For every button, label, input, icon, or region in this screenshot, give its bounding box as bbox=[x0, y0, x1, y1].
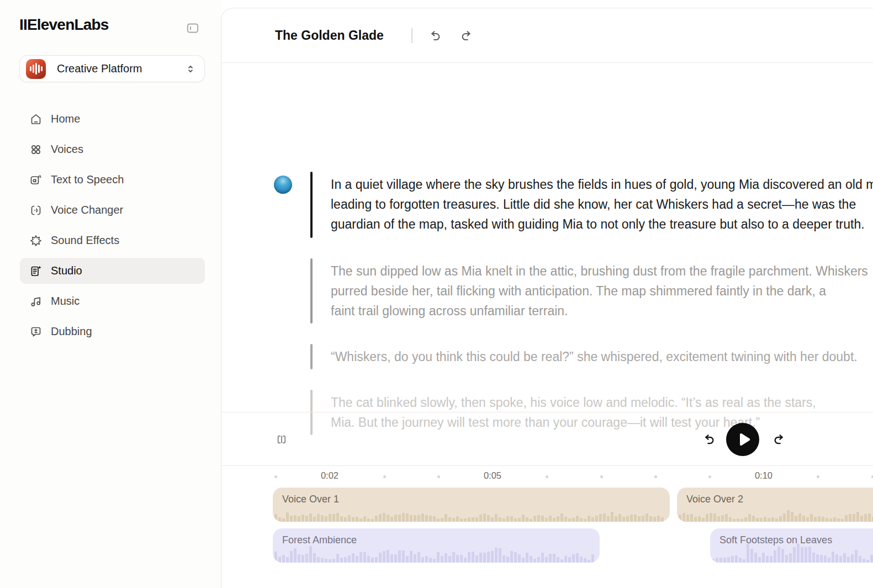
sidebar-item-label: Home bbox=[51, 113, 80, 125]
sidebar-item-music[interactable]: Music bbox=[20, 288, 205, 314]
timeline-redo-button[interactable] bbox=[772, 432, 786, 447]
sidebar-item-label: Music bbox=[51, 295, 80, 308]
clip-label: Voice Over 1 bbox=[282, 494, 339, 505]
paragraph-line[interactable]: The cat blinked slowly, then spoke, his … bbox=[331, 393, 873, 412]
timeline-undo-button[interactable] bbox=[702, 432, 716, 447]
redo-icon bbox=[772, 432, 786, 447]
sidebar-item-text-to-speech[interactable]: Text to Speech bbox=[20, 167, 205, 193]
paragraph-line[interactable]: “Whiskers, do you think this could be re… bbox=[331, 347, 873, 367]
audio-clip[interactable]: Voice Over 2 bbox=[677, 488, 873, 522]
paragraph-line[interactable]: In a quiet village where the sky brushes… bbox=[331, 174, 873, 194]
paragraph-marker-bar bbox=[310, 258, 313, 324]
paragraph-marker-bar bbox=[310, 344, 313, 369]
document-header: The Golden Glade bbox=[221, 8, 873, 63]
sidebar-item-voice-changer[interactable]: Voice Changer bbox=[20, 197, 205, 223]
music-icon bbox=[29, 295, 43, 308]
clip-label: Forest Ambience bbox=[282, 534, 357, 546]
sidebar-item-label: Studio bbox=[51, 264, 82, 277]
script-editor: In a quiet village where the sky brushes… bbox=[221, 63, 873, 412]
paragraph-line[interactable]: The sun dipped low as Mia knelt in the a… bbox=[331, 261, 873, 281]
audio-clip[interactable]: Soft Footsteps on Leaves bbox=[710, 528, 873, 563]
ruler-tick-dot bbox=[274, 475, 277, 478]
paragraph-line[interactable]: leading to forgotten treasures. Little d… bbox=[331, 194, 873, 214]
split-clip-button[interactable] bbox=[274, 432, 289, 447]
redo-icon bbox=[459, 29, 474, 43]
split-icon bbox=[274, 432, 289, 447]
sound-effects-icon bbox=[29, 234, 43, 247]
sidebar-item-home[interactable]: Home bbox=[20, 106, 205, 132]
redo-button[interactable] bbox=[459, 29, 474, 43]
sidebar: IIElevenLabs Creative Platform bbox=[0, 0, 221, 588]
paragraph-line[interactable]: purred beside her, tail flicking with an… bbox=[331, 281, 873, 301]
sidebar-item-voices[interactable]: Voices bbox=[20, 136, 205, 162]
sidebar-item-dubbing[interactable]: Dubbing bbox=[20, 319, 205, 345]
elevenlabs-logo: IIElevenLabs bbox=[19, 16, 109, 34]
play-icon bbox=[726, 423, 759, 456]
sidebar-nav: Home Voices Text to Sp bbox=[20, 106, 205, 349]
ruler-tick-dot bbox=[600, 475, 603, 478]
clip-label: Soft Footsteps on Leaves bbox=[719, 534, 832, 546]
sfx-track-row: Forest AmbienceSoft Footsteps on Leaves bbox=[221, 528, 873, 563]
voice-track-row: Voice Over 1Voice Over 2 bbox=[221, 488, 873, 522]
ruler-time-label: 0:02 bbox=[321, 470, 338, 481]
timeline-ruler[interactable]: 0:020:050:10 bbox=[221, 466, 873, 488]
timeline-toolbar bbox=[221, 412, 873, 466]
text-to-speech-icon bbox=[29, 173, 43, 187]
sidebar-item-sound-effects[interactable]: Sound Effects bbox=[20, 227, 205, 253]
clip-label: Voice Over 2 bbox=[686, 494, 743, 505]
chevron-up-down-icon bbox=[184, 63, 197, 75]
studio-icon bbox=[29, 264, 43, 278]
ruler-tick-dot bbox=[437, 475, 440, 478]
main-content-card: The Golden Glade bbox=[221, 8, 873, 588]
sidebar-item-label: Sound Effects bbox=[51, 234, 119, 247]
sidebar-item-label: Text to Speech bbox=[51, 173, 124, 186]
home-icon bbox=[29, 113, 43, 126]
undo-icon bbox=[428, 29, 442, 43]
speaker-avatar[interactable] bbox=[274, 176, 292, 194]
sidebar-item-label: Voice Changer bbox=[51, 204, 123, 216]
undo-button[interactable] bbox=[428, 29, 442, 43]
ruler-tick-dot bbox=[654, 475, 657, 478]
paragraph-marker-bar bbox=[310, 172, 313, 238]
document-title: The Golden Glade bbox=[275, 28, 384, 43]
sidebar-collapse-button[interactable] bbox=[184, 20, 202, 36]
dubbing-icon bbox=[29, 325, 43, 338]
undo-icon bbox=[702, 432, 716, 447]
ruler-time-label: 0:05 bbox=[484, 470, 501, 481]
ruler-tick-dot bbox=[817, 475, 819, 478]
app-root: IIElevenLabs Creative Platform bbox=[0, 0, 873, 588]
voices-icon bbox=[29, 143, 43, 156]
ruler-tick-dot bbox=[708, 475, 711, 478]
ruler-tick-dot bbox=[546, 475, 548, 478]
ruler-time-label: 0:10 bbox=[755, 470, 773, 481]
paragraph-line[interactable]: faint trail glowing across unfamiliar te… bbox=[331, 301, 873, 321]
audio-clip[interactable]: Forest Ambience bbox=[273, 528, 600, 563]
sidebar-item-label: Dubbing bbox=[51, 325, 92, 338]
sidebar-item-studio[interactable]: Studio bbox=[20, 258, 205, 284]
paragraph-line[interactable]: guardian of the map, tasked with guiding… bbox=[331, 214, 873, 234]
play-button[interactable] bbox=[726, 423, 759, 456]
voice-changer-icon bbox=[29, 204, 43, 217]
workspace-selector-label: Creative Platform bbox=[57, 62, 184, 75]
timeline-tracks: Voice Over 1Voice Over 2 Forest Ambience… bbox=[221, 488, 873, 576]
creative-platform-app-icon bbox=[26, 59, 46, 79]
audio-clip[interactable]: Voice Over 1 bbox=[273, 488, 670, 522]
header-divider bbox=[411, 28, 412, 43]
ruler-tick-dot bbox=[383, 475, 386, 478]
workspace-selector[interactable]: Creative Platform bbox=[19, 55, 205, 82]
panel-collapse-icon bbox=[185, 21, 200, 35]
sidebar-item-label: Voices bbox=[51, 143, 83, 156]
